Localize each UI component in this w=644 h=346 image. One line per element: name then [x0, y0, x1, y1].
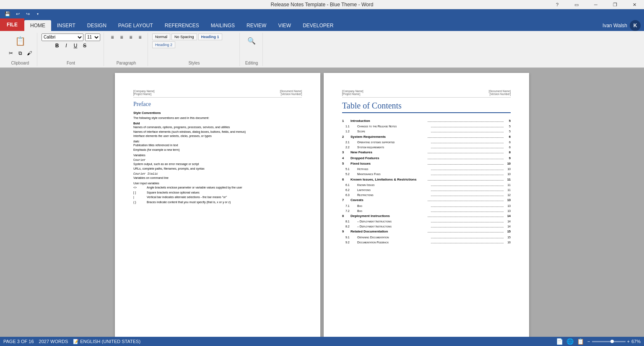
style-normal[interactable]: Normal: [152, 34, 170, 40]
tab-insert[interactable]: INSERT: [51, 20, 81, 31]
version-number-left: [Version Number]: [280, 93, 302, 96]
word-count: 2027 WORDS: [39, 339, 68, 344]
toc-label-sub: Restrictions: [357, 193, 430, 197]
italic-button[interactable]: I: [62, 42, 70, 49]
toc-page-sub: 15: [505, 235, 511, 239]
view-outline-icon[interactable]: 📋: [577, 338, 584, 345]
toc-page: 15: [505, 230, 511, 234]
style-conventions-body: The following style conventions are used…: [133, 116, 302, 120]
format-painter-button[interactable]: 🖌: [25, 49, 34, 57]
toc-page-sub: 10: [505, 167, 511, 171]
toc-entry: 2.1 Operating systems supported 6: [342, 140, 511, 144]
tab-home[interactable]: HOME: [24, 20, 51, 31]
tab-file[interactable]: FILE: [0, 18, 24, 31]
toc-entry: 6.3 Restrictions 12: [342, 193, 511, 197]
var-table: <> Angle brackets enclose parameter or v…: [133, 186, 302, 204]
user-input-label: User input variables: [133, 182, 302, 185]
bold-label: Bold: [133, 122, 302, 125]
toc-entry: 7.1 Bug 13: [342, 204, 511, 208]
customize-qat-button[interactable]: ▾: [34, 10, 42, 18]
tab-view[interactable]: VIEW: [272, 20, 297, 31]
style-heading2[interactable]: Heading 2: [152, 41, 175, 48]
toc-dots: [428, 153, 504, 153]
toc-num-sub: 1.1: [345, 124, 357, 128]
tab-mailings[interactable]: MAILINGS: [205, 20, 241, 31]
toc-label-sub: Bug: [357, 204, 430, 208]
copy-button[interactable]: ⧉: [16, 49, 24, 57]
style-heading1[interactable]: Heading 1: [198, 34, 222, 40]
align-left-button[interactable]: ≡: [108, 34, 117, 41]
toc-entry: 5.1 Hotfixes 10: [342, 167, 511, 171]
strikethrough-button[interactable]: S: [80, 42, 89, 49]
toc-label-sub: – Deployment Instructions: [357, 225, 430, 228]
toc-entry: 9 Related Documentation 15: [342, 230, 511, 234]
toc-dots: [428, 164, 504, 165]
toc-num: 8: [342, 214, 351, 218]
tab-page-layout[interactable]: PAGE LAYOUT: [112, 20, 159, 31]
font-family-select[interactable]: Calibri: [42, 34, 83, 41]
justify-button[interactable]: ≡: [136, 34, 144, 41]
tab-review[interactable]: REVIEW: [241, 20, 272, 31]
avatar[interactable]: K: [630, 20, 641, 31]
toc-page: 14: [505, 214, 511, 218]
toc-page: 10: [505, 162, 511, 166]
undo-qat-button[interactable]: ↩: [13, 10, 22, 18]
page-info: PAGE 3 OF 16: [3, 339, 34, 344]
save-qat-button[interactable]: 💾: [3, 10, 12, 18]
restore-button[interactable]: ❐: [605, 0, 625, 9]
ribbon-content: 📋 ✂ ⧉ 🖌 Clipboard Calibri 11 B I U S Fon…: [0, 31, 644, 68]
minimize-button[interactable]: ─: [586, 0, 605, 9]
toc-container: 1 Introduction 5 1.1 Changes to the Rele…: [342, 119, 511, 244]
underline-button[interactable]: U: [71, 42, 80, 49]
zoom-slider[interactable]: [592, 341, 626, 342]
title-bar: Release Notes Template - Blue Theme - Wo…: [0, 0, 644, 9]
find-button[interactable]: 🔍: [244, 34, 259, 49]
var-sym-2: [ ]: [133, 191, 143, 195]
paste-button[interactable]: 📋: [13, 34, 28, 49]
toc-num: 1: [342, 119, 351, 123]
help-button[interactable]: ?: [548, 0, 567, 9]
version-number-right: [Version Number]: [489, 93, 511, 96]
toc-dots: [431, 132, 504, 132]
toc-page: 9: [505, 156, 511, 160]
font-size-select[interactable]: 11: [85, 34, 100, 41]
var-row-2: [ ] Square brackets enclose optional val…: [133, 191, 302, 195]
tab-developer[interactable]: DEVELOPER: [297, 20, 339, 31]
align-right-button[interactable]: ≡: [127, 34, 135, 41]
toc-label: System Requirements: [351, 135, 426, 139]
redo-qat-button[interactable]: ↪: [23, 10, 32, 18]
view-web-icon[interactable]: 🌐: [566, 338, 574, 345]
paragraph-label: Paragraph: [117, 61, 136, 65]
style-no-spacing[interactable]: No Spacing: [171, 34, 197, 40]
toc-label: Introduction: [351, 119, 426, 123]
align-center-button[interactable]: ≡: [117, 34, 126, 41]
toc-page-sub: 12: [505, 193, 511, 197]
courier-italic-label: Courier Italic: [133, 172, 302, 176]
toc-label-sub: Scope: [357, 129, 430, 133]
zoom-out-button[interactable]: −: [587, 339, 590, 344]
user-name: Ivan Walsh: [602, 23, 627, 28]
status-right: 📄 🌐 📋 − + 67%: [556, 338, 641, 345]
bold-item-3: Interface elements the user selects, cli…: [133, 134, 302, 138]
bold-button[interactable]: B: [53, 42, 61, 49]
toc-entry: 2 System Requirements 6: [342, 135, 511, 139]
editing-label: Editing: [245, 61, 258, 65]
ribbon-group-font: Calibri 11 B I U S Font: [38, 33, 104, 66]
cut-button[interactable]: ✂: [7, 49, 15, 57]
toc-label: Deployment Instructions: [351, 214, 426, 218]
close-button[interactable]: ✕: [625, 0, 644, 9]
toc-label: Related Documentation: [351, 230, 426, 234]
toc-dots: [431, 191, 504, 191]
toc-entry: 5 Fixed Issues 10: [342, 162, 511, 166]
tab-design[interactable]: DESIGN: [81, 20, 112, 31]
view-print-icon[interactable]: 📄: [556, 338, 563, 345]
style-conventions-heading: Style Conventions: [133, 111, 302, 115]
toc-page: 6: [505, 135, 511, 139]
ribbon-toggle-button[interactable]: ▭: [567, 0, 586, 9]
zoom-in-button[interactable]: +: [627, 339, 630, 344]
var-desc-2: Square brackets enclose optional values: [147, 191, 302, 195]
zoom-area: − + 67%: [587, 339, 641, 344]
toc-page-sub: 11: [505, 188, 511, 192]
tab-references[interactable]: REFERENCES: [159, 20, 205, 31]
toc-entry: 7 Caveats 13: [342, 198, 511, 202]
